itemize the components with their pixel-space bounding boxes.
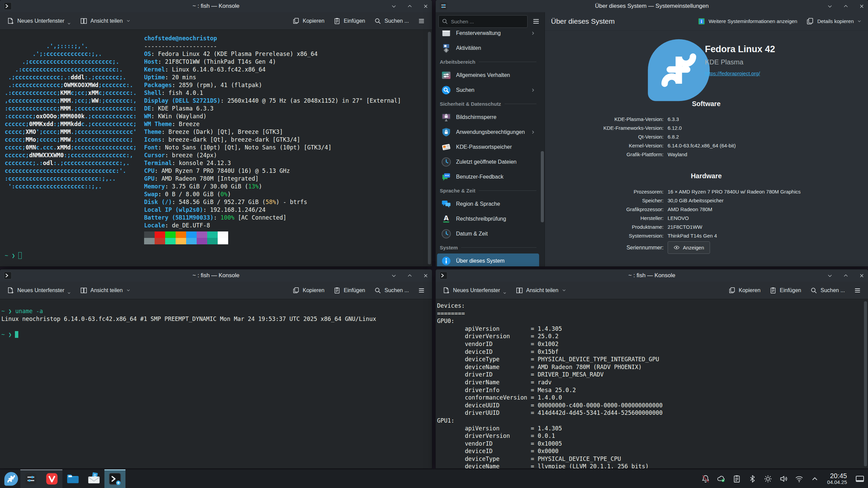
maximize-button[interactable] xyxy=(843,3,849,9)
settings-search-input[interactable] xyxy=(438,15,528,28)
search-button[interactable]: Suchen ... xyxy=(807,284,848,297)
sidebar-item-search-blue[interactable]: Suchen xyxy=(437,83,539,98)
paste-button[interactable]: Einfügen xyxy=(330,284,369,297)
copy-details-button[interactable]: Details kopieren xyxy=(806,17,862,25)
copy-button[interactable]: Kopieren xyxy=(289,15,328,27)
copy-button[interactable]: Kopieren xyxy=(289,284,328,297)
volume-icon[interactable] xyxy=(779,474,788,483)
new-tab-button[interactable]: Neues Unterfenster xyxy=(439,283,510,298)
info-monitor-icon xyxy=(697,17,706,25)
close-button[interactable] xyxy=(859,273,865,279)
sidebar-item-info[interactable]: Über dieses System xyxy=(437,253,539,266)
wifi-icon[interactable] xyxy=(795,474,804,483)
sidebar-menu-button[interactable] xyxy=(530,16,542,27)
titlebar[interactable]: Über dieses System — Systemeinstellungen xyxy=(436,0,868,12)
sidebar-item-activities[interactable]: Aktivitäten xyxy=(437,41,539,56)
search-icon xyxy=(441,18,448,25)
clipboard-icon[interactable] xyxy=(732,474,741,483)
digital-clock[interactable]: 20:45 04.04.25 xyxy=(827,472,847,485)
peek-at-desktop-button[interactable] xyxy=(856,476,864,482)
sidebar-item-behavior[interactable]: Allgemeines Verhalten xyxy=(437,68,539,83)
hamburger-menu-button[interactable] xyxy=(850,284,865,297)
software-info-rows: KDE-Plasma-Version:6.3.3KDE-Frameworks-V… xyxy=(545,115,868,159)
minimize-button[interactable] xyxy=(391,3,397,9)
split-view-label: Ansicht teilen xyxy=(91,18,123,24)
new-tab-button[interactable]: Neues Unterfenster xyxy=(3,283,75,298)
paste-button[interactable]: Einfügen xyxy=(330,15,369,27)
sidebar-item-feedback[interactable]: Benutzer-Feedback xyxy=(437,169,539,184)
sidebar-item-screenlock[interactable]: Bildschirmsperre xyxy=(437,110,539,125)
search-button[interactable]: Suchen ... xyxy=(371,284,412,297)
copy-button[interactable]: Kopieren xyxy=(725,284,764,297)
kmail-icon xyxy=(87,472,101,486)
scrollbar[interactable] xyxy=(864,301,867,466)
info-row: Grafik-Plattform:Wayland xyxy=(545,150,868,159)
terminal-area[interactable]: ~ ❯ uname -a Linux neochristop 6.14.0-63… xyxy=(0,299,432,468)
sidebar-item-clock[interactable]: Zuletzt geöffnete Dateien xyxy=(437,155,539,169)
hamburger-menu-button[interactable] xyxy=(414,284,429,297)
expand-tray-icon[interactable] xyxy=(810,474,819,483)
titlebar[interactable]: ~ : fish — Konsole xyxy=(436,269,868,282)
search-button[interactable]: Suchen ... xyxy=(371,15,412,27)
maximize-button[interactable] xyxy=(843,273,849,279)
application-launcher-button[interactable] xyxy=(2,470,20,487)
task-vivaldi[interactable] xyxy=(41,469,62,488)
search-label: Suchen ... xyxy=(821,287,845,293)
minimize-button[interactable] xyxy=(827,273,833,279)
titlebar[interactable]: ~ : fish — Konsole xyxy=(0,269,432,282)
bluetooth-icon[interactable] xyxy=(748,474,757,483)
hardware-info-rows: Prozessoren:16 × AMD Ryzen 7 PRO 7840U w… xyxy=(545,187,868,240)
terminal-area[interactable]: .',;::::;,'. .';:cccccccccccc:;,. .;cccc… xyxy=(0,30,432,266)
cloud-sync-icon[interactable] xyxy=(717,474,726,483)
close-button[interactable] xyxy=(423,3,429,9)
palette-swatch xyxy=(207,238,218,244)
serial-show-button[interactable]: Anzeigen xyxy=(668,241,710,254)
sidebar-scrollbar[interactable] xyxy=(541,151,544,222)
sidebar-item-permissions[interactable]: Anwendungsberechtigungen xyxy=(437,125,539,140)
sidebar-item-wallet[interactable]: KDE-Passwortspeicher xyxy=(437,140,539,155)
close-button[interactable] xyxy=(859,3,865,9)
info-row: Prozessoren:16 × AMD Ryzen 7 PRO 7840U w… xyxy=(545,187,868,196)
sidebar-section-header: Sprache & Zeit xyxy=(437,184,539,197)
maximize-button[interactable] xyxy=(407,3,413,9)
terminal-area[interactable]: Devices: ======== GPU0: apiVersion = 1.4… xyxy=(436,299,868,468)
command-line: ~ ❯ uname -a xyxy=(1,308,43,314)
sidebar-item-language[interactable]: Region & Sprache xyxy=(437,197,539,211)
sidebar-item-spellcheck[interactable]: ARechtschreibprüfung xyxy=(437,211,539,226)
task-system-settings[interactable] xyxy=(20,469,41,488)
fedora-project-link[interactable]: https://fedoraproject.org/ xyxy=(705,70,760,76)
split-view-button[interactable]: Ansicht teilen xyxy=(512,284,570,297)
clock-time: 20:45 xyxy=(827,472,847,480)
new-tab-icon xyxy=(442,287,450,294)
task-dolphin[interactable] xyxy=(62,469,83,488)
info-row: Hersteller:LENOVO xyxy=(545,214,868,222)
new-tab-button[interactable]: Neues Unterfenster xyxy=(3,14,75,28)
palette-swatch xyxy=(176,231,186,238)
split-view-icon xyxy=(80,287,87,294)
paste-button[interactable]: Einfügen xyxy=(766,284,805,297)
settings-sidebar: FensterverwaltungAktivitätenArbeitsberei… xyxy=(436,12,545,266)
hamburger-menu-button[interactable] xyxy=(414,15,429,27)
split-view-button[interactable]: Ansicht teilen xyxy=(77,284,134,297)
palette-swatch xyxy=(186,238,197,244)
split-view-button[interactable]: Ansicht teilen xyxy=(77,15,134,27)
sidebar-section-header: Arbeitsbereich xyxy=(437,56,539,68)
scrollbar[interactable] xyxy=(428,32,431,264)
more-system-info-button[interactable]: Weitere Systeminformationen anzeigen xyxy=(697,17,797,25)
sidebar-item-clock[interactable]: Datum & Zeit xyxy=(437,226,539,241)
task-kmail[interactable] xyxy=(83,469,104,488)
titlebar[interactable]: ~ : fish — Konsole xyxy=(0,0,432,12)
minimize-button[interactable] xyxy=(827,3,833,9)
window-icon xyxy=(441,30,451,38)
copy-icon xyxy=(292,287,300,294)
sidebar-item-window[interactable]: Fensterverwaltung xyxy=(437,30,539,41)
brightness-icon[interactable] xyxy=(764,474,772,483)
task-konsole[interactable] xyxy=(104,469,125,488)
notifications-muted-icon[interactable] xyxy=(701,474,710,483)
close-button[interactable] xyxy=(423,273,429,279)
minimize-button[interactable] xyxy=(391,273,397,279)
text-cursor xyxy=(15,331,18,338)
maximize-button[interactable] xyxy=(407,273,413,279)
fedora-launcher-icon xyxy=(4,472,18,486)
shell-prompt: ~ ❯ xyxy=(5,252,22,260)
